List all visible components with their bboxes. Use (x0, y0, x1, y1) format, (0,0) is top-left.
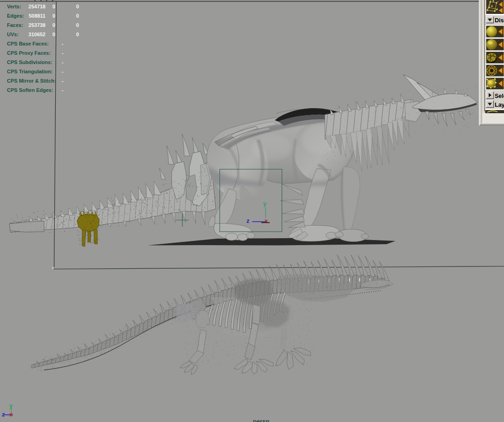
svg-text:CPS Proxy Faces:: CPS Proxy Faces: (7, 50, 51, 56)
svg-text:Lay: Lay (495, 102, 504, 108)
svg-text:CPS Triangulation:: CPS Triangulation: (7, 69, 52, 74)
svg-text:0: 0 (52, 32, 55, 37)
svg-text:x: x (265, 217, 268, 224)
svg-text:y: y (9, 402, 13, 409)
svg-text:508811: 508811 (29, 13, 45, 19)
svg-text:0: 0 (76, 13, 79, 19)
svg-text:0: 0 (52, 4, 55, 9)
svg-text:Faces:: Faces: (7, 22, 23, 28)
svg-text:CPS Soften Edges:: CPS Soften Edges: (7, 87, 53, 93)
svg-text:-: - (62, 78, 64, 84)
svg-text:-: - (62, 69, 64, 74)
svg-text:0: 0 (52, 13, 55, 19)
svg-text:Sele: Sele (495, 93, 504, 99)
svg-text:z: z (246, 217, 250, 224)
svg-text:0: 0 (76, 4, 79, 9)
svg-text:0: 0 (76, 22, 79, 28)
svg-text:310652: 310652 (28, 32, 45, 37)
svg-text:254718: 254718 (28, 4, 45, 9)
svg-text:persp: persp (253, 418, 269, 422)
svg-text:253738: 253738 (28, 22, 45, 28)
svg-text:y: y (263, 200, 267, 207)
svg-text:x: x (9, 411, 13, 418)
svg-text:-: - (62, 50, 64, 56)
svg-text:UVs:: UVs: (7, 32, 19, 37)
svg-text:0: 0 (76, 32, 79, 37)
svg-text:-: - (62, 59, 64, 65)
svg-text:-: - (62, 87, 64, 93)
svg-text:CPS Subdivisions:: CPS Subdivisions: (7, 59, 52, 65)
svg-text:Verts:: Verts: (7, 4, 21, 9)
svg-text:0: 0 (52, 22, 55, 28)
svg-text:CPS Base Faces:: CPS Base Faces: (7, 41, 49, 46)
svg-text:-: - (62, 41, 64, 46)
svg-text:z: z (2, 411, 5, 418)
svg-text:Displ: Displ (495, 17, 504, 24)
svg-text:Edges:: Edges: (7, 13, 24, 19)
svg-text:CPS Mirror & Stitch:: CPS Mirror & Stitch: (7, 78, 56, 84)
